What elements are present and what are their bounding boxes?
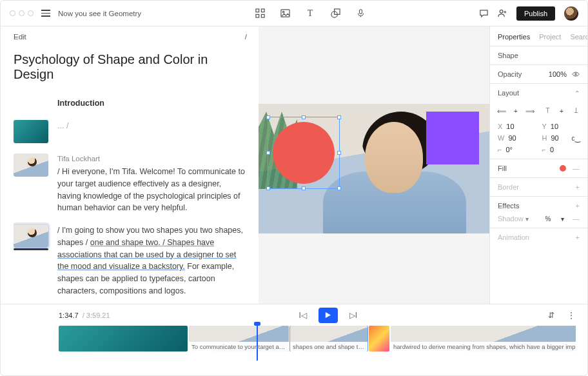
- transport-bar: 1:34.7 / 3:59.21 I◁ ▷I ⇵ ⋮: [1, 304, 587, 326]
- clip-caption: hardwired to derive meaning from shapes,…: [391, 342, 576, 351]
- chevron-up-icon: ⌃: [574, 90, 580, 97]
- visibility-icon[interactable]: [572, 70, 580, 78]
- tab-search[interactable]: Search: [570, 33, 587, 41]
- comment-icon[interactable]: [479, 8, 489, 18]
- script-row: Tifa Lockhart / Hi everyone, I'm Tifa. W…: [14, 153, 247, 214]
- video-frame: [259, 104, 489, 233]
- w-field[interactable]: W90: [498, 134, 536, 142]
- timeline-clip-selected[interactable]: Shape shapes one and shape two...: [290, 326, 368, 351]
- remove-fill-icon[interactable]: —: [573, 164, 580, 172]
- clip-caption: shapes one and shape two...: [290, 342, 368, 351]
- timeline[interactable]: To communicate to your target audience..…: [1, 326, 587, 364]
- insert-tools: T: [149, 8, 471, 18]
- script-pane: Edit / Psychology of Shape and Color in …: [1, 26, 259, 304]
- playhead[interactable]: [257, 323, 258, 361]
- play-button[interactable]: [318, 308, 338, 323]
- split-icon[interactable]: ⇵: [546, 310, 556, 320]
- mic-icon[interactable]: [356, 8, 366, 18]
- tab-properties[interactable]: Properties: [498, 33, 530, 41]
- opacity-row: Opacity 100%: [490, 64, 587, 83]
- align-row: ⟸ + ⟹ ⟙ + ⟘: [490, 102, 587, 120]
- next-frame-icon[interactable]: ▷I: [349, 311, 357, 320]
- grid-icon[interactable]: [255, 8, 265, 18]
- document-title[interactable]: Now you see it Geometry: [58, 10, 141, 17]
- animation-row[interactable]: Animation +: [490, 228, 587, 246]
- shape-icon[interactable]: [331, 8, 340, 18]
- time-display: 1:34.7 / 3:59.21: [59, 312, 110, 319]
- window-controls[interactable]: [10, 10, 34, 16]
- top-toolbar: Now you see it Geometry T: [1, 1, 587, 26]
- text-icon[interactable]: T: [306, 8, 315, 18]
- border-row[interactable]: Border +: [490, 177, 587, 196]
- align-right-icon[interactable]: ⟹: [526, 107, 534, 115]
- menu-icon[interactable]: [41, 10, 50, 17]
- align-bottom-icon[interactable]: ⟘: [572, 107, 580, 115]
- svg-rect-1: [261, 9, 264, 12]
- y-field[interactable]: Y10: [542, 123, 580, 130]
- add-border-icon[interactable]: +: [576, 183, 580, 191]
- fill-swatch[interactable]: [560, 165, 566, 172]
- add-animation-icon[interactable]: +: [576, 233, 580, 241]
- publish-button[interactable]: Publish: [516, 6, 555, 21]
- timeline-track[interactable]: To communicate to your target audience..…: [59, 326, 576, 351]
- radius-field[interactable]: ⌐0: [542, 146, 580, 153]
- opacity-label: Opacity: [498, 70, 522, 78]
- section-heading[interactable]: Introduction: [57, 97, 247, 110]
- shadow-percent-icon[interactable]: %: [544, 215, 552, 223]
- shadow-dropdown-icon[interactable]: ▾: [558, 215, 566, 223]
- transform-grid: X10 Y10 W90 H90 c‿ ⌐0° ⌐0: [490, 120, 587, 159]
- svg-rect-8: [359, 10, 362, 14]
- svg-rect-2: [255, 14, 259, 17]
- selection-type-row: Shape: [490, 46, 587, 64]
- clip-thumb-selected[interactable]: [14, 224, 48, 248]
- x-field[interactable]: X10: [498, 123, 536, 130]
- slash-marker: /: [245, 33, 247, 41]
- svg-rect-3: [261, 14, 264, 17]
- clip-caption: To communicate to your target audience..…: [189, 342, 289, 351]
- script-row: Introduction: [14, 97, 247, 110]
- effects-row[interactable]: Effects +: [490, 196, 587, 215]
- share-user-icon[interactable]: [498, 8, 507, 18]
- align-top-icon[interactable]: ⟙: [544, 107, 551, 115]
- mode-edit[interactable]: Edit: [14, 33, 26, 41]
- script-row: ... /: [14, 120, 247, 143]
- link-wh-icon[interactable]: c‿: [572, 134, 580, 142]
- timeline-clip[interactable]: [369, 326, 389, 351]
- timeline-clip[interactable]: [59, 326, 188, 351]
- selection-box[interactable]: [268, 117, 340, 189]
- add-effect-icon[interactable]: +: [576, 202, 580, 210]
- layout-section[interactable]: Layout ⌃: [490, 83, 587, 102]
- properties-panel: Properties Project Search Shape Opacity …: [489, 26, 587, 304]
- timeline-clip[interactable]: hardwired to derive meaning from shapes,…: [391, 326, 576, 351]
- shadow-row[interactable]: Shadow ▾ % ▾ —: [490, 215, 587, 228]
- timeline-clip[interactable]: To communicate to your target audience..…: [189, 326, 289, 351]
- prev-frame-icon[interactable]: I◁: [299, 311, 306, 320]
- fill-row[interactable]: Fill —: [490, 159, 587, 177]
- clip-thumb[interactable]: [14, 153, 48, 177]
- selection-type: Shape: [498, 52, 518, 59]
- user-avatar[interactable]: [564, 6, 578, 21]
- align-left-icon[interactable]: ⟸: [498, 107, 505, 115]
- opacity-value[interactable]: 100%: [549, 70, 567, 78]
- svg-point-9: [500, 10, 503, 13]
- purple-square-shape[interactable]: [426, 112, 479, 164]
- svg-rect-0: [255, 9, 259, 12]
- svg-point-10: [575, 74, 576, 75]
- canvas[interactable]: [259, 26, 489, 304]
- script-row: / I'm going to show you two shapes you t…: [14, 224, 247, 297]
- tab-project[interactable]: Project: [539, 33, 561, 41]
- speaker-name: Tifa Lockhart: [57, 153, 247, 164]
- more-icon[interactable]: ⋮: [566, 310, 576, 320]
- image-icon[interactable]: [280, 8, 290, 18]
- transcript-text[interactable]: / Hi everyone, I'm Tifa. Welcome! To com…: [57, 167, 245, 212]
- align-vcenter-icon[interactable]: +: [558, 107, 565, 115]
- svg-point-5: [282, 11, 284, 12]
- align-hcenter-icon[interactable]: +: [512, 107, 520, 115]
- rotation-field[interactable]: ⌐0°: [498, 146, 536, 153]
- insert-cursor[interactable]: ... /: [57, 120, 247, 143]
- page-title[interactable]: Psychology of Shape and Color in Design: [14, 52, 247, 82]
- h-field[interactable]: H90 c‿: [542, 134, 580, 142]
- remove-shadow-icon[interactable]: —: [573, 215, 580, 223]
- clip-thumb[interactable]: [14, 120, 48, 143]
